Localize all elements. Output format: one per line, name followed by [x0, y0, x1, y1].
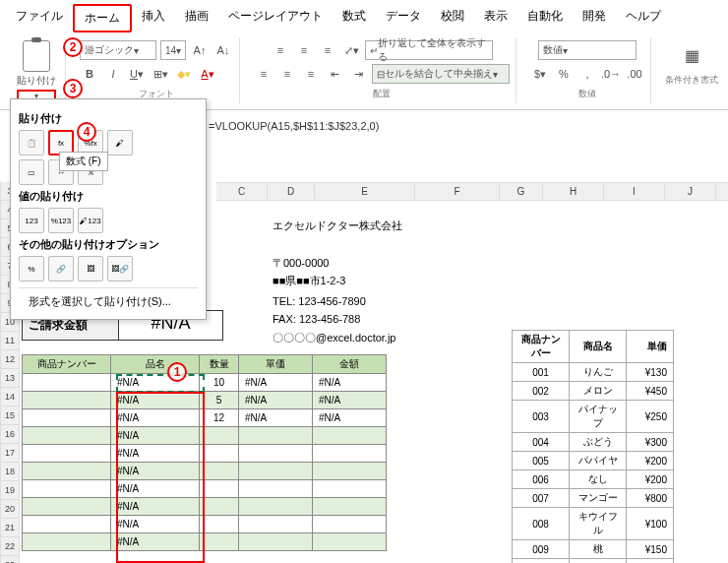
- table-row[interactable]: [239, 463, 313, 480]
- table-row[interactable]: [239, 498, 313, 516]
- table-row[interactable]: [23, 409, 111, 427]
- table-row[interactable]: ¥200: [627, 470, 674, 489]
- number-format-select[interactable]: 数値 ▾: [538, 40, 637, 60]
- table-row[interactable]: [313, 445, 387, 463]
- paste-button[interactable]: 貼り付け ▾: [14, 40, 59, 101]
- percent-icon[interactable]: %: [554, 64, 574, 84]
- table-row[interactable]: #N/A: [111, 427, 200, 445]
- table-row[interactable]: [23, 533, 111, 551]
- table-row[interactable]: 10: [200, 374, 239, 392]
- table-row[interactable]: [23, 516, 111, 533]
- table-row[interactable]: [200, 463, 239, 480]
- table-row[interactable]: #N/A: [111, 516, 200, 533]
- tab-表示[interactable]: 表示: [474, 4, 517, 32]
- table-row[interactable]: #N/A: [111, 480, 200, 498]
- table-row[interactable]: [200, 516, 239, 533]
- table-row[interactable]: [23, 498, 111, 516]
- table-row[interactable]: ぶどう: [570, 433, 627, 452]
- tab-自動化[interactable]: 自動化: [517, 4, 573, 32]
- table-row[interactable]: 桃: [570, 540, 627, 559]
- col-header-I[interactable]: I: [604, 182, 665, 201]
- paste-option-values-number[interactable]: %123: [48, 208, 74, 233]
- align-right-icon[interactable]: ≡: [301, 64, 321, 84]
- merge-center-button[interactable]: ⊟ セルを結合して中央揃え ▾: [372, 64, 510, 84]
- table-row[interactable]: 5: [200, 392, 239, 409]
- price-th-0[interactable]: 商品ナンバー: [513, 331, 570, 363]
- table-row[interactable]: 003: [513, 401, 570, 433]
- table-row[interactable]: #N/A: [313, 392, 387, 409]
- table-row[interactable]: ¥90: [627, 559, 674, 564]
- main-th-3[interactable]: 單価: [239, 355, 313, 374]
- price-table[interactable]: 商品ナンバー商品名単価001りんご¥130002メロン¥450003パイナップ¥…: [512, 330, 674, 563]
- table-row[interactable]: バナナ: [570, 559, 627, 564]
- table-row[interactable]: [200, 480, 239, 498]
- paste-option-keep-source[interactable]: 🖌: [107, 130, 133, 156]
- row-header-12[interactable]: 12: [0, 350, 20, 369]
- table-row[interactable]: ¥300: [627, 433, 674, 452]
- tab-ホーム[interactable]: ホーム: [73, 4, 132, 32]
- table-row[interactable]: 009: [513, 540, 570, 559]
- row-header-16[interactable]: 16: [0, 425, 20, 444]
- table-row[interactable]: パイナップ: [570, 401, 627, 433]
- font-size-select[interactable]: 14▾: [160, 40, 186, 60]
- decrease-font-icon[interactable]: A↓: [213, 40, 233, 60]
- table-row[interactable]: ¥150: [627, 540, 674, 559]
- paste-option-linked-picture[interactable]: 🖼🔗: [107, 256, 133, 282]
- table-row[interactable]: なし: [570, 470, 627, 489]
- table-row[interactable]: #N/A: [313, 409, 387, 427]
- tab-ページレイアウト[interactable]: ページレイアウト: [218, 4, 333, 32]
- conditional-format-icon[interactable]: ▦: [677, 40, 706, 70]
- table-row[interactable]: [313, 427, 387, 445]
- table-row[interactable]: 002: [513, 382, 570, 401]
- table-row[interactable]: ¥200: [627, 452, 674, 470]
- wrap-text-button[interactable]: ↵ 折り返して全体を表示する: [365, 40, 493, 60]
- table-row[interactable]: [313, 463, 387, 480]
- table-row[interactable]: [23, 392, 111, 409]
- table-row[interactable]: ¥800: [627, 489, 674, 508]
- table-row[interactable]: [313, 480, 387, 498]
- table-row[interactable]: #N/A: [239, 374, 313, 392]
- table-row[interactable]: キウイフル: [570, 508, 627, 540]
- align-bottom-icon[interactable]: ≡: [318, 40, 337, 60]
- italic-icon[interactable]: I: [103, 64, 123, 84]
- row-header-13[interactable]: 13: [0, 369, 20, 388]
- orientation-icon[interactable]: ⤢▾: [341, 40, 361, 60]
- increase-font-icon[interactable]: A↑: [190, 40, 210, 60]
- main-table[interactable]: 商品ナンバー品名数量單価金額#N/A10#N/A#N/A#N/A5#N/A#N/…: [22, 354, 387, 551]
- tab-挿入[interactable]: 挿入: [132, 4, 175, 32]
- main-th-0[interactable]: 商品ナンバー: [23, 355, 111, 374]
- row-header-19[interactable]: 19: [0, 481, 20, 500]
- table-row[interactable]: メロン: [570, 382, 627, 401]
- table-row[interactable]: 006: [513, 470, 570, 489]
- paste-option-no-border[interactable]: ▭: [19, 159, 44, 185]
- paste-special-item[interactable]: 形式を選択して貼り付け(S)...: [19, 287, 198, 311]
- tab-描画[interactable]: 描画: [175, 4, 218, 32]
- table-row[interactable]: [313, 516, 387, 533]
- paste-option-all[interactable]: 📋: [19, 130, 44, 156]
- table-row[interactable]: [313, 498, 387, 516]
- align-left-icon[interactable]: ≡: [254, 64, 273, 84]
- table-row[interactable]: [23, 374, 111, 392]
- table-row[interactable]: 12: [200, 409, 239, 427]
- col-header-G[interactable]: G: [500, 182, 543, 201]
- col-header-C[interactable]: C: [216, 182, 268, 201]
- tab-数式[interactable]: 数式: [333, 4, 376, 32]
- table-row[interactable]: パパイヤ: [570, 452, 627, 470]
- table-row[interactable]: 007: [513, 489, 570, 508]
- col-header-H[interactable]: H: [543, 182, 604, 201]
- align-center-icon[interactable]: ≡: [277, 64, 297, 84]
- table-row[interactable]: 008: [513, 508, 570, 540]
- row-header-15[interactable]: 15: [0, 407, 20, 425]
- table-row[interactable]: #N/A: [239, 409, 313, 427]
- price-th-2[interactable]: 単価: [627, 331, 674, 363]
- font-name-select[interactable]: 游ゴシック ▾: [80, 40, 156, 60]
- tab-データ[interactable]: データ: [376, 4, 431, 32]
- row-header-17[interactable]: 17: [0, 444, 20, 463]
- table-row[interactable]: ¥100: [627, 508, 674, 540]
- table-row[interactable]: 001: [513, 363, 570, 382]
- table-row[interactable]: #N/A: [111, 445, 200, 463]
- row-header-14[interactable]: 14: [0, 388, 20, 407]
- table-row[interactable]: [239, 427, 313, 445]
- paste-option-picture[interactable]: 🖼: [78, 256, 103, 282]
- table-row[interactable]: [200, 533, 239, 551]
